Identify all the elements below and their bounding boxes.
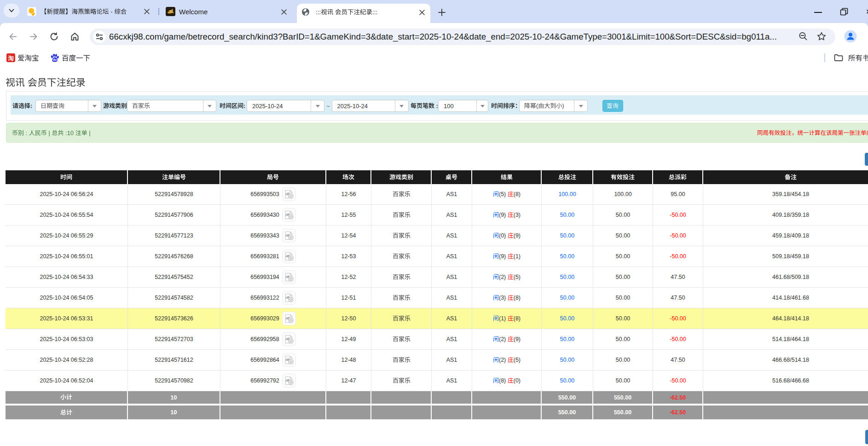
svg-text:du: du	[53, 58, 57, 61]
